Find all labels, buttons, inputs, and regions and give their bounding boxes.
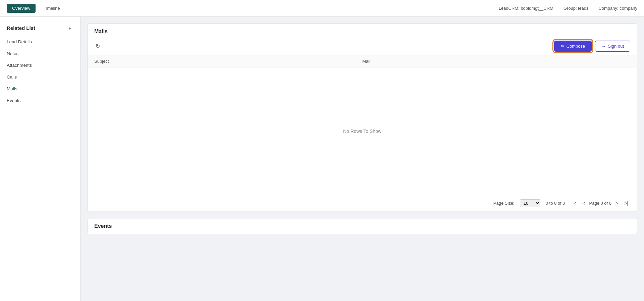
compose-icon: ✏ [561,44,565,49]
sidebar-item-events[interactable]: Events [0,95,80,106]
events-card-header: Events [88,218,637,234]
sidebar-item-attachments[interactable]: Attachments [0,59,80,71]
signout-icon: → [601,44,606,49]
column-header-subject: Subject [94,59,362,64]
prev-page-button[interactable]: < [580,200,587,207]
refresh-button[interactable]: ↻ [94,42,101,51]
content-area: Mails ↻ ✏ Compose → Sign out [80,17,644,301]
pagination-controls: |< < Page 0 of 0 > >| [571,200,631,207]
next-page-button[interactable]: > [613,200,620,207]
page-size-label: Page Size: [493,201,515,206]
sidebar-item-lead-details[interactable]: Lead Details [0,36,80,48]
signout-label: Sign out [608,44,624,49]
mails-card-header: Mails [88,24,637,39]
compose-label: Compose [567,44,585,49]
mails-card: Mails ↻ ✏ Compose → Sign out [87,23,637,211]
page-size-select[interactable]: 10 25 50 [520,199,540,207]
count-text: 0 to 0 of 0 [546,201,565,206]
sidebar-item-calls[interactable]: Calls [0,71,80,83]
last-page-button[interactable]: >| [622,200,630,207]
signout-button[interactable]: → Sign out [595,41,630,52]
top-bar: Overview Timeline LeadCRM: bdbldmgt__CRM… [0,0,644,17]
refresh-icon: ↻ [96,43,100,49]
sidebar-title: Related List [7,25,35,31]
info-company: Company: company [598,6,637,11]
main-layout: Related List ▸ Lead Details Notes Attach… [0,17,644,301]
sidebar-collapse-button[interactable]: ▸ [67,24,73,32]
compose-button[interactable]: ✏ Compose [554,41,592,52]
top-bar-right: LeadCRM: bdbldmgt__CRM Group: leads Comp… [499,6,637,11]
mails-table-header: Subject Mail [88,55,637,67]
empty-message: No Rows To Show [343,129,381,134]
sidebar-item-mails[interactable]: Mails [0,83,80,95]
tab-timeline[interactable]: Timeline [38,4,65,13]
events-title: Events [94,223,112,229]
column-header-mail: Mail [362,59,630,64]
info-group: Group: leads [564,6,588,11]
tab-overview[interactable]: Overview [7,4,36,13]
info-crm: LeadCRM: bdbldmgt__CRM [499,6,553,11]
sidebar-header: Related List ▸ [0,20,80,36]
page-info: Page 0 of 0 [589,201,612,206]
mails-title: Mails [94,29,108,35]
first-page-button[interactable]: |< [571,200,579,207]
sidebar: Related List ▸ Lead Details Notes Attach… [0,17,80,301]
mails-table-body: No Rows To Show [88,67,637,195]
events-card: Events [87,218,637,234]
mails-toolbar-row: ↻ ✏ Compose → Sign out [88,39,637,55]
mails-table-footer: Page Size: 10 25 50 0 to 0 of 0 |< < Pag… [88,195,637,211]
sidebar-item-notes[interactable]: Notes [0,48,80,59]
